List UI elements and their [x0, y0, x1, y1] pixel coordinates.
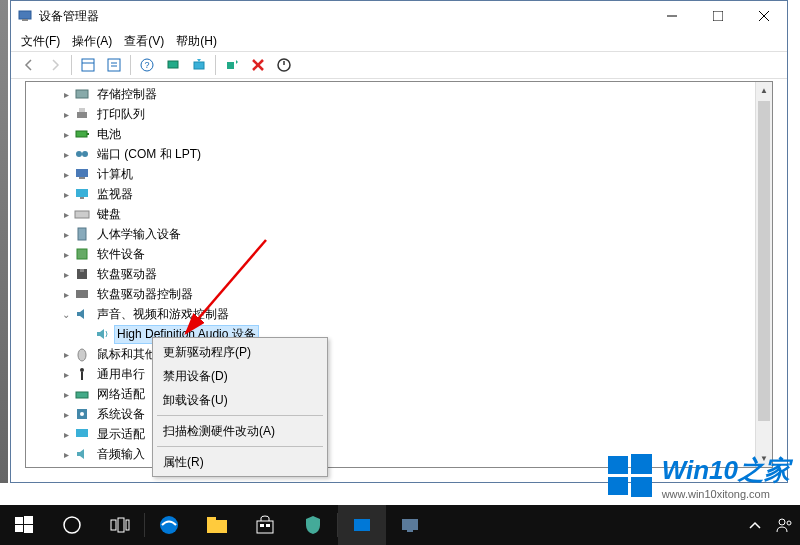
svg-rect-27: [79, 177, 85, 179]
context-properties[interactable]: 属性(R): [155, 450, 325, 474]
scroll-up-button[interactable]: ▲: [756, 82, 772, 99]
tree-item[interactable]: ▸软盘驱动器: [26, 264, 772, 284]
mouse-icon: [74, 346, 90, 362]
context-uninstall[interactable]: 卸载设备(U): [155, 388, 325, 412]
explorer-icon[interactable]: [193, 505, 241, 545]
titlebar[interactable]: 设备管理器: [11, 1, 787, 31]
toolbar: ?: [11, 51, 787, 79]
help-button[interactable]: ?: [135, 54, 159, 76]
edge-icon[interactable]: [145, 505, 193, 545]
context-update-driver[interactable]: 更新驱动程序(P): [155, 340, 325, 364]
tree-item[interactable]: ▸系统设备: [26, 404, 772, 424]
taskbar-app-1[interactable]: [338, 505, 386, 545]
tree-item[interactable]: ▸通用串行: [26, 364, 772, 384]
properties-button[interactable]: [102, 54, 126, 76]
cortana-button[interactable]: [48, 505, 96, 545]
tree-item[interactable]: High Definition Audio 设备: [26, 324, 772, 344]
maximize-button[interactable]: [695, 1, 741, 31]
tree-toggle[interactable]: ▸: [58, 446, 74, 462]
device-tree[interactable]: ▸存储控制器▸打印队列▸电池▸端口 (COM 和 LPT)▸计算机▸监视器▸键盘…: [26, 82, 772, 466]
tree-toggle[interactable]: ▸: [58, 86, 74, 102]
menu-action[interactable]: 操作(A): [72, 33, 112, 50]
enable-button[interactable]: [220, 54, 244, 76]
close-button[interactable]: [741, 1, 787, 31]
update-button[interactable]: [187, 54, 211, 76]
hid-icon: [74, 226, 90, 242]
tree-item[interactable]: ▸打印队列: [26, 104, 772, 124]
tree-item[interactable]: ▸端口 (COM 和 LPT): [26, 144, 772, 164]
minimize-button[interactable]: [649, 1, 695, 31]
svg-rect-60: [260, 524, 264, 527]
svg-rect-54: [118, 518, 124, 532]
taskbar-app-2[interactable]: [386, 505, 434, 545]
tree-toggle[interactable]: ⌄: [58, 306, 74, 322]
tree-item[interactable]: ▸软盘驱动器控制器: [26, 284, 772, 304]
tree-item[interactable]: ⌄声音、视频和游戏控制器: [26, 304, 772, 324]
svg-rect-42: [76, 429, 88, 437]
context-scan[interactable]: 扫描检测硬件改动(A): [155, 419, 325, 443]
window-title: 设备管理器: [39, 8, 649, 25]
tree-item[interactable]: ▸软件设备: [26, 244, 772, 264]
tree-item-label: 软件设备: [94, 245, 148, 264]
tree-toggle[interactable]: ▸: [58, 166, 74, 182]
start-button[interactable]: [0, 505, 48, 545]
tree-item-label: 网络适配: [94, 385, 148, 404]
menu-help[interactable]: 帮助(H): [176, 33, 217, 50]
monitor-icon: [74, 186, 90, 202]
svg-rect-6: [82, 59, 94, 71]
store-icon[interactable]: [241, 505, 289, 545]
tree-toggle[interactable]: ▸: [58, 146, 74, 162]
taskview-button[interactable]: [96, 505, 144, 545]
context-disable[interactable]: 禁用设备(D): [155, 364, 325, 388]
tree-toggle[interactable]: ▸: [58, 106, 74, 122]
tree-toggle[interactable]: ▸: [58, 226, 74, 242]
svg-point-37: [80, 368, 84, 372]
menu-file[interactable]: 文件(F): [21, 33, 60, 50]
tree-item-label: 软盘驱动器: [94, 265, 160, 284]
taskbar[interactable]: [0, 505, 800, 545]
tree-item[interactable]: ▸鼠标和其他: [26, 344, 772, 364]
scan-button[interactable]: [161, 54, 185, 76]
svg-rect-48: [15, 517, 23, 524]
tree-toggle[interactable]: ▸: [58, 186, 74, 202]
system-icon: [74, 406, 90, 422]
tree-toggle[interactable]: ▸: [58, 406, 74, 422]
tree-toggle[interactable]: ▸: [58, 366, 74, 382]
tray-up-icon[interactable]: [740, 505, 770, 545]
view-button[interactable]: [76, 54, 100, 76]
vertical-scrollbar[interactable]: ▲ ▼: [755, 82, 772, 467]
svg-point-41: [80, 412, 84, 416]
tree-item[interactable]: ▸人体学输入设备: [26, 224, 772, 244]
tree-toggle[interactable]: ▸: [58, 386, 74, 402]
svg-rect-49: [24, 516, 33, 524]
svg-rect-61: [266, 524, 270, 527]
scrollbar-thumb[interactable]: [758, 101, 770, 421]
security-icon[interactable]: [289, 505, 337, 545]
menu-view[interactable]: 查看(V): [124, 33, 164, 50]
tree-toggle[interactable]: ▸: [58, 126, 74, 142]
tree-toggle[interactable]: ▸: [58, 246, 74, 262]
tree-item[interactable]: ▸监视器: [26, 184, 772, 204]
svg-rect-28: [76, 189, 88, 197]
tree-item[interactable]: ▸网络适配: [26, 384, 772, 404]
tree-toggle[interactable]: ▸: [58, 266, 74, 282]
people-icon[interactable]: [770, 505, 800, 545]
uninstall-button[interactable]: [246, 54, 270, 76]
tree-item[interactable]: ▸计算机: [26, 164, 772, 184]
tree-toggle[interactable]: ▸: [58, 206, 74, 222]
disable-button[interactable]: [272, 54, 296, 76]
svg-point-65: [779, 519, 785, 525]
tree-toggle[interactable]: ▸: [58, 286, 74, 302]
tree-item[interactable]: ▸电池: [26, 124, 772, 144]
svg-rect-64: [407, 530, 413, 532]
svg-rect-55: [126, 520, 129, 530]
tree-item[interactable]: ▸存储控制器: [26, 84, 772, 104]
watermark-title: Win10之家: [662, 453, 790, 488]
tree-item[interactable]: ▸显示适配: [26, 424, 772, 444]
back-button[interactable]: [17, 54, 41, 76]
forward-button[interactable]: [43, 54, 67, 76]
tree-item[interactable]: ▸键盘: [26, 204, 772, 224]
tree-toggle[interactable]: ▸: [58, 426, 74, 442]
tree-toggle[interactable]: ▸: [58, 346, 74, 362]
svg-rect-35: [76, 290, 88, 298]
